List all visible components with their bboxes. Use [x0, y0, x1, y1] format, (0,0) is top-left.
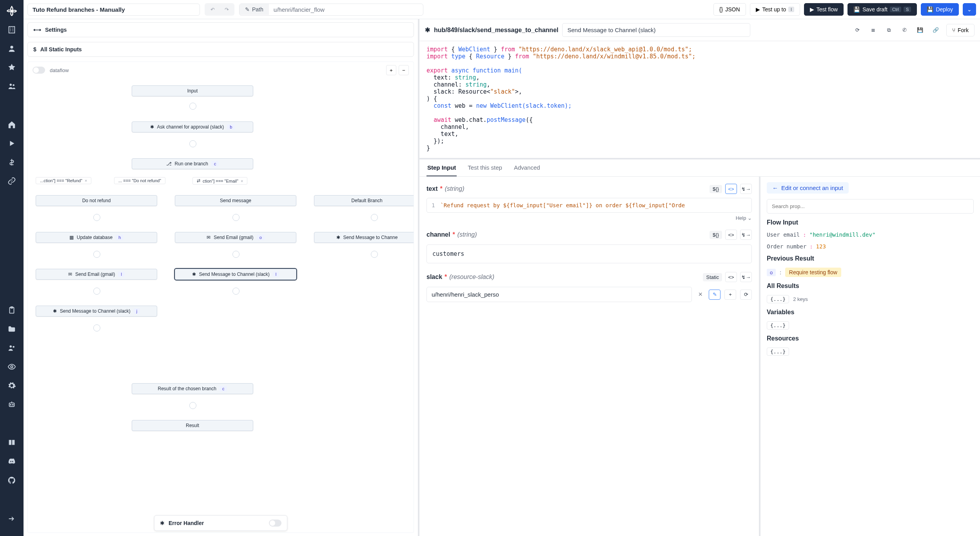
- folder-icon[interactable]: [6, 324, 17, 335]
- expr-mode-badge[interactable]: ${}: [710, 231, 722, 239]
- test-flow-button[interactable]: ▶ Test flow: [804, 3, 844, 16]
- test-up-to-button[interactable]: ▶ Test up to l: [750, 3, 800, 16]
- collapse-icon[interactable]: [6, 513, 17, 524]
- error-handler-toggle[interactable]: [269, 520, 281, 527]
- resources-row[interactable]: {...}: [767, 348, 974, 356]
- all-static-inputs-row[interactable]: $ All Static Inputs: [27, 42, 414, 57]
- add-step-button[interactable]: [189, 103, 196, 110]
- add-step-button[interactable]: [93, 214, 100, 221]
- text-expression-input[interactable]: 1 `Refund request by ${flow_input["User …: [426, 198, 752, 213]
- list-icon[interactable]: ≣: [868, 25, 878, 35]
- edit-connect-button[interactable]: ← Edit or connect an input: [767, 182, 849, 194]
- save-draft-button[interactable]: 💾 Save draft Ctrl S: [848, 3, 917, 16]
- dataflow-toggle[interactable]: [33, 67, 45, 74]
- deploy-more-button[interactable]: ⌄: [963, 3, 976, 16]
- phone-icon[interactable]: ✆: [899, 25, 909, 35]
- node-send-email-o[interactable]: ✉ Send Email (gmail) o: [175, 232, 296, 243]
- copy-icon[interactable]: ⧉: [884, 25, 894, 35]
- github-icon[interactable]: [6, 475, 17, 486]
- node-default-branch[interactable]: Default Branch: [314, 195, 414, 206]
- all-results-row[interactable]: {...} 2 keys: [767, 295, 974, 303]
- kv-order-number[interactable]: Order number : 123: [767, 243, 974, 250]
- gear-icon[interactable]: [6, 380, 17, 391]
- save-icon[interactable]: 💾: [915, 25, 925, 35]
- home-icon[interactable]: [6, 119, 17, 130]
- branch-cond-refund[interactable]: ...ction"] === "Refund"×: [36, 177, 91, 184]
- node-send-message[interactable]: Send message: [175, 195, 296, 206]
- flow-title-input[interactable]: Tuto Refund branches - Manually: [27, 4, 200, 16]
- add-step-button[interactable]: [189, 402, 196, 409]
- link-icon[interactable]: [6, 176, 17, 187]
- link-icon[interactable]: 🔗: [931, 25, 941, 35]
- help-link[interactable]: Help ⌄: [426, 215, 752, 221]
- tab-step-input[interactable]: Step Input: [426, 159, 457, 176]
- tab-advanced[interactable]: Advanced: [513, 159, 541, 176]
- add-step-button[interactable]: [371, 214, 378, 221]
- variables-row[interactable]: {...}: [767, 321, 974, 330]
- static-badge[interactable]: Static: [703, 273, 722, 281]
- building-icon[interactable]: [6, 24, 17, 35]
- settings-row[interactable]: ⟷ Settings: [27, 22, 414, 37]
- user-icon[interactable]: [6, 43, 17, 54]
- undo-button[interactable]: ↶: [206, 5, 219, 14]
- edit-resource-button[interactable]: ✎: [709, 290, 720, 300]
- search-prop-input[interactable]: [767, 199, 974, 214]
- add-step-button[interactable]: [371, 251, 378, 258]
- add-resource-button[interactable]: +: [724, 290, 736, 300]
- code-mode-button[interactable]: <>: [725, 184, 737, 194]
- error-handler-bar[interactable]: ✱ Error Handler: [154, 515, 287, 531]
- add-step-button[interactable]: [93, 251, 100, 258]
- reload-resource-button[interactable]: ⟳: [740, 290, 752, 300]
- book-icon[interactable]: [6, 437, 17, 448]
- discord-icon[interactable]: [6, 456, 17, 467]
- step-summary-input[interactable]: [562, 23, 750, 37]
- branch-cond-no-refund[interactable]: ... === "Do not refund": [114, 177, 165, 184]
- tab-test-step[interactable]: Test this step: [467, 159, 503, 176]
- node-send-msg-trunc[interactable]: ✱ Send Message to Channe: [314, 232, 414, 243]
- node-input[interactable]: Input: [132, 85, 253, 96]
- node-ask-channel[interactable]: ✱ Ask channel for approval (slack) b: [132, 121, 253, 132]
- add-step-button[interactable]: [93, 288, 100, 295]
- add-step-button[interactable]: [93, 324, 100, 331]
- add-step-button[interactable]: [232, 214, 240, 221]
- robot-icon[interactable]: [6, 399, 17, 410]
- close-icon[interactable]: ×: [241, 179, 243, 183]
- fork-button[interactable]: ⑂ Fork: [946, 24, 975, 36]
- star-icon[interactable]: [6, 62, 17, 73]
- code-mode-button[interactable]: <>: [725, 230, 737, 240]
- prev-result-row[interactable]: o : Require testing flow: [767, 268, 974, 277]
- node-run-one-branch[interactable]: ⎇ Run one branch c: [132, 158, 253, 169]
- users-icon[interactable]: [6, 81, 17, 92]
- add-step-button[interactable]: [232, 251, 240, 258]
- code-editor[interactable]: import { WebClient } from "https://deno.…: [419, 41, 980, 159]
- kv-user-email[interactable]: User email : "henri@windmill.dev": [767, 232, 974, 238]
- zoom-in-button[interactable]: +: [386, 65, 396, 75]
- node-send-msg-l-selected[interactable]: ✱ Send Message to Channel (slack) l: [175, 269, 296, 280]
- node-send-msg-j[interactable]: ✱ Send Message to Channel (slack) j: [36, 306, 157, 317]
- code-mode-button[interactable]: <>: [725, 272, 737, 282]
- slack-resource-input[interactable]: u/henri/henri_slack_perso: [426, 287, 692, 302]
- add-step-button[interactable]: [232, 288, 240, 295]
- eye-icon[interactable]: [6, 361, 17, 372]
- close-icon[interactable]: ×: [85, 178, 87, 183]
- flow-canvas[interactable]: dataflow + − Input ✱ Ask channel for app…: [27, 62, 414, 533]
- plug-button[interactable]: ↯→: [740, 184, 752, 194]
- branch-cond-email[interactable]: ⇄ ction"] === "Email"×: [192, 177, 247, 185]
- node-do-not-refund[interactable]: Do not refund: [36, 195, 157, 206]
- zoom-out-button[interactable]: −: [399, 65, 409, 75]
- deploy-button[interactable]: 💾 Deploy: [921, 3, 959, 16]
- plug-button[interactable]: ↯→: [740, 230, 752, 240]
- dollar-icon[interactable]: [6, 157, 17, 168]
- node-send-email-l[interactable]: ✉ Send Email (gmail) l: [36, 269, 157, 280]
- logo-icon[interactable]: [6, 5, 17, 16]
- add-step-button[interactable]: [189, 140, 196, 147]
- team-icon[interactable]: [6, 342, 17, 353]
- expr-mode-badge[interactable]: ${}: [710, 185, 722, 193]
- node-update-db[interactable]: ▦ Update database h: [36, 232, 157, 243]
- path-field[interactable]: ✎ Path u/henri/fancier_flow: [239, 4, 423, 16]
- channel-input[interactable]: customers: [426, 244, 752, 263]
- refresh-icon[interactable]: ⟳: [852, 25, 862, 35]
- plug-button[interactable]: ↯→: [740, 272, 752, 282]
- redo-button[interactable]: ↷: [220, 5, 233, 14]
- play-icon[interactable]: [6, 138, 17, 149]
